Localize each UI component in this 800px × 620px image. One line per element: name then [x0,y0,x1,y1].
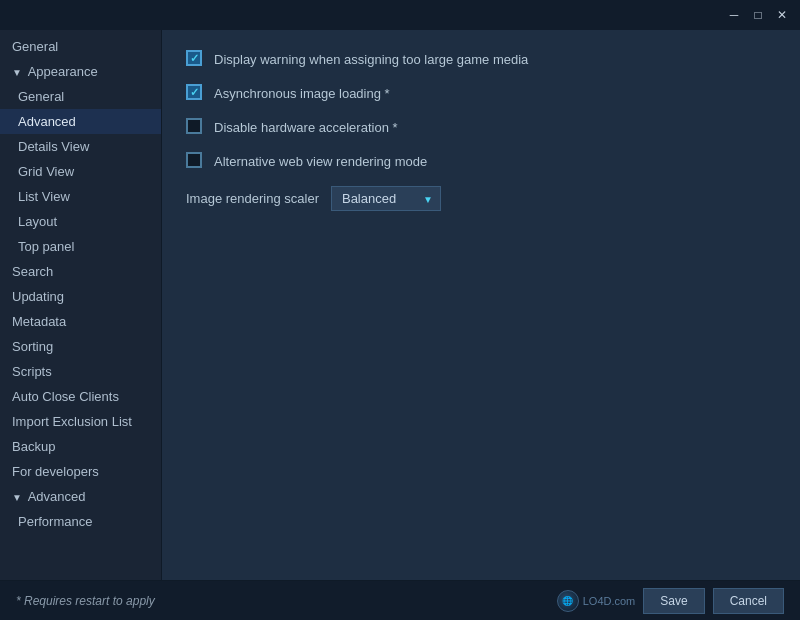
sidebar-label: List View [18,189,70,204]
sidebar-label: Layout [18,214,57,229]
watermark: 🌐 LO4D.com [557,590,636,612]
sidebar-label: Import Exclusion List [12,414,132,429]
sidebar-label: Metadata [12,314,66,329]
sidebar-label: Scripts [12,364,52,379]
sidebar-item-general[interactable]: General [0,34,161,59]
sidebar-label: Advanced [28,489,86,504]
sidebar-item-appearance[interactable]: ▼ Appearance [0,59,161,84]
sidebar-label: Updating [12,289,64,304]
close-button[interactable]: ✕ [772,5,792,25]
checkbox-alt-web-view[interactable] [186,152,202,168]
sidebar-item-appearance-list[interactable]: List View [0,184,161,209]
minimize-button[interactable]: ─ [724,5,744,25]
cancel-button[interactable]: Cancel [713,588,784,614]
sidebar-label: Top panel [18,239,74,254]
setting-label-async-image-loading: Asynchronous image loading * [214,86,390,101]
sidebar-item-appearance-toppanel[interactable]: Top panel [0,234,161,259]
setting-label-alt-web-view: Alternative web view rendering mode [214,154,427,169]
sidebar-item-advanced[interactable]: ▼ Advanced [0,484,161,509]
sidebar-label: Sorting [12,339,53,354]
image-scaler-label: Image rendering scaler [186,191,319,206]
sidebar-label: Search [12,264,53,279]
setting-row-async-image-loading: Asynchronous image loading * [186,84,776,102]
sidebar-label: Performance [18,514,92,529]
checkbox-container [186,118,204,136]
sidebar-item-appearance-advanced[interactable]: Advanced [0,109,161,134]
setting-row-disable-hardware: Disable hardware acceleration * [186,118,776,136]
watermark-globe-icon: 🌐 [557,590,579,612]
bottom-bar: * Requires restart to apply 🌐 LO4D.com S… [0,580,800,620]
image-scaler-dropdown[interactable]: BalancedNearestBilinearLanczos [331,186,441,211]
save-button[interactable]: Save [643,588,704,614]
sidebar-label: Appearance [28,64,98,79]
main-layout: General▼ AppearanceGeneralAdvancedDetail… [0,30,800,580]
sidebar-item-updating[interactable]: Updating [0,284,161,309]
title-bar: ─ □ ✕ [0,0,800,30]
setting-row-display-warning: Display warning when assigning too large… [186,50,776,68]
maximize-button[interactable]: □ [748,5,768,25]
sidebar-item-appearance-general[interactable]: General [0,84,161,109]
image-scaler-row: Image rendering scalerBalancedNearestBil… [186,186,776,211]
sidebar-item-import-exclusion[interactable]: Import Exclusion List [0,409,161,434]
sidebar-item-appearance-grid[interactable]: Grid View [0,159,161,184]
arrow-icon: ▼ [12,67,25,78]
sidebar-item-search[interactable]: Search [0,259,161,284]
checkbox-display-warning[interactable] [186,50,202,66]
sidebar-label: Grid View [18,164,74,179]
sidebar-label: For developers [12,464,99,479]
sidebar-item-auto-close[interactable]: Auto Close Clients [0,384,161,409]
arrow-icon: ▼ [12,492,25,503]
sidebar-item-advanced-performance[interactable]: Performance [0,509,161,534]
sidebar-item-metadata[interactable]: Metadata [0,309,161,334]
checkbox-async-image-loading[interactable] [186,84,202,100]
sidebar-item-for-developers[interactable]: For developers [0,459,161,484]
checkbox-container [186,84,204,102]
sidebar: General▼ AppearanceGeneralAdvancedDetail… [0,30,162,580]
setting-row-alt-web-view: Alternative web view rendering mode [186,152,776,170]
sidebar-item-sorting[interactable]: Sorting [0,334,161,359]
sidebar-label: Backup [12,439,55,454]
checkbox-disable-hardware[interactable] [186,118,202,134]
content-area: Display warning when assigning too large… [162,30,800,580]
sidebar-item-scripts[interactable]: Scripts [0,359,161,384]
restart-note: * Requires restart to apply [16,594,155,608]
sidebar-label: General [12,39,58,54]
checkbox-container [186,50,204,68]
watermark-text: LO4D.com [583,595,636,607]
sidebar-label: Auto Close Clients [12,389,119,404]
sidebar-label: Details View [18,139,89,154]
sidebar-item-appearance-details[interactable]: Details View [0,134,161,159]
setting-label-display-warning: Display warning when assigning too large… [214,52,528,67]
sidebar-item-appearance-layout[interactable]: Layout [0,209,161,234]
sidebar-item-backup[interactable]: Backup [0,434,161,459]
setting-label-disable-hardware: Disable hardware acceleration * [214,120,398,135]
checkbox-container [186,152,204,170]
image-scaler-dropdown-wrapper: BalancedNearestBilinearLanczos [331,186,441,211]
sidebar-label: General [18,89,64,104]
bottom-actions: 🌐 LO4D.com Save Cancel [557,588,784,614]
sidebar-label: Advanced [18,114,76,129]
